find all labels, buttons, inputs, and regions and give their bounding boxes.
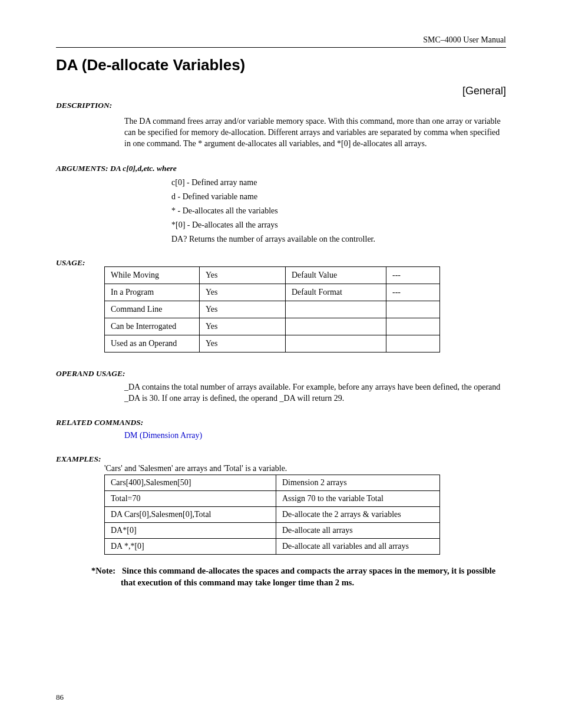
table-cell: DA Cars[0],Salesmen[0],Total xyxy=(105,507,276,523)
examples-caption: 'Cars' and 'Salesmen' are arrays and 'To… xyxy=(104,464,506,473)
argument-item: d - Defined variable name xyxy=(171,192,506,202)
table-cell: Cars[400],Salesmen[50] xyxy=(105,475,276,491)
table-row: Used as an Operand Yes xyxy=(105,335,440,352)
header-manual-title: SMC–4000 User Manual xyxy=(56,35,506,45)
arguments-label: ARGUMENTS: DA c[0],d,etc. where xyxy=(56,164,506,173)
table-cell: De-allocate all variables and all arrays xyxy=(276,539,440,555)
table-cell: Yes xyxy=(200,301,286,318)
table-cell: --- xyxy=(386,284,440,301)
table-cell: --- xyxy=(386,266,440,284)
note-text: Since this command de-allocates the spac… xyxy=(121,566,495,587)
table-row: In a Program Yes Default Format --- xyxy=(105,284,440,301)
table-row: Cars[400],Salesmen[50] Dimension 2 array… xyxy=(105,475,440,491)
table-cell: De-allocate all arrays xyxy=(276,523,440,539)
table-cell xyxy=(386,335,440,352)
note-prefix: *Note: xyxy=(91,566,115,575)
table-cell: Default Value xyxy=(286,266,386,284)
table-cell: Default Format xyxy=(286,284,386,301)
table-row: Total=70 Assign 70 to the variable Total xyxy=(105,491,440,507)
table-row: DA*[0] De-allocate all arrays xyxy=(105,523,440,539)
related-commands-label: RELATED COMMANDS: xyxy=(56,418,506,427)
table-cell: Used as an Operand xyxy=(105,335,200,352)
operand-usage-label: OPERAND USAGE: xyxy=(56,369,506,378)
table-cell: While Moving xyxy=(105,266,200,284)
usage-table: While Moving Yes Default Value --- In a … xyxy=(104,266,440,353)
category-tag: [General] xyxy=(56,85,506,97)
examples-label: EXAMPLES: xyxy=(56,454,506,464)
operand-usage-text: _DA contains the total number of arrays … xyxy=(124,382,506,404)
table-cell: DA*[0] xyxy=(105,523,276,539)
description-text: The DA command frees array and/or variab… xyxy=(124,116,506,150)
page-title: DA (De-allocate Variables) xyxy=(56,56,506,74)
argument-item: DA? Returns the number of arrays availab… xyxy=(171,235,506,244)
table-cell: Yes xyxy=(200,266,286,284)
table-cell: Yes xyxy=(200,335,286,352)
table-cell: DA *,*[0] xyxy=(105,539,276,555)
table-cell: Yes xyxy=(200,284,286,301)
table-cell: Dimension 2 arrays xyxy=(276,475,440,491)
examples-table: Cars[400],Salesmen[50] Dimension 2 array… xyxy=(104,475,440,555)
table-cell: De-allocate the 2 arrays & variables xyxy=(276,507,440,523)
note-block: *Note: Since this command de-allocates t… xyxy=(91,565,506,588)
description-label: DESCRIPTION: xyxy=(56,101,112,110)
arguments-list: c[0] - Defined array name d - Defined va… xyxy=(171,178,506,244)
table-cell: Can be Interrogated xyxy=(105,318,200,335)
table-row: While Moving Yes Default Value --- xyxy=(105,266,440,284)
argument-item: *[0] - De-allocates all the arrays xyxy=(171,220,506,230)
argument-item: c[0] - Defined array name xyxy=(171,178,506,187)
table-row: DA *,*[0] De-allocate all variables and … xyxy=(105,539,440,555)
table-cell xyxy=(286,301,386,318)
table-cell: Yes xyxy=(200,318,286,335)
table-cell: Command Line xyxy=(105,301,200,318)
table-row: DA Cars[0],Salesmen[0],Total De-allocate… xyxy=(105,507,440,523)
table-row: Command Line Yes xyxy=(105,301,440,318)
table-cell: Assign 70 to the variable Total xyxy=(276,491,440,507)
table-cell: In a Program xyxy=(105,284,200,301)
table-cell xyxy=(286,335,386,352)
table-cell xyxy=(386,318,440,335)
table-row: Can be Interrogated Yes xyxy=(105,318,440,335)
header-rule xyxy=(56,47,506,48)
related-command-link[interactable]: DM (Dimension Array) xyxy=(124,431,202,440)
table-cell: Total=70 xyxy=(105,491,276,507)
argument-item: * - De-allocates all the variables xyxy=(171,206,506,216)
table-cell xyxy=(286,318,386,335)
table-cell xyxy=(386,301,440,318)
